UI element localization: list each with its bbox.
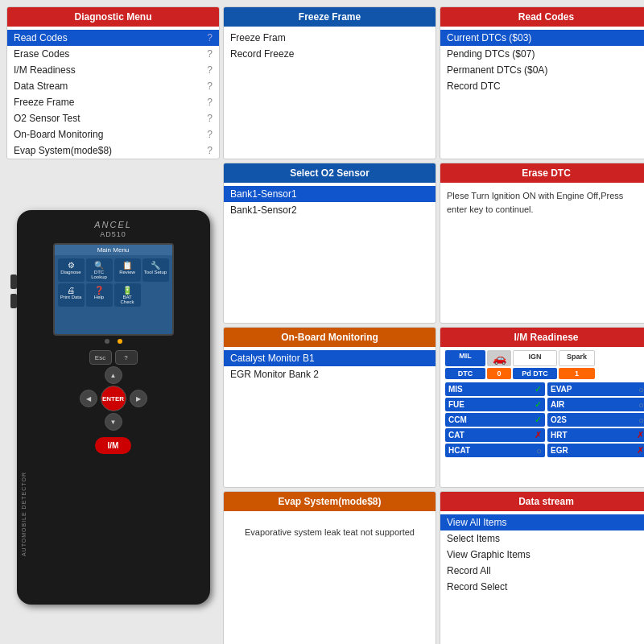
side-btn-2[interactable]: [10, 294, 17, 308]
im-header-engine: 🚗: [487, 350, 511, 366]
menu-item-im-readiness[interactable]: I/M Readiness ?: [7, 62, 219, 78]
im-monitor-row-3: CCM ✓ O2S ○: [445, 413, 644, 427]
side-buttons: [10, 275, 17, 308]
read-codes-body: Current DTCs ($03) Pending DTCs ($07) Pe…: [440, 27, 644, 97]
o2-sensor-item-2[interactable]: Bank1-Sensor2: [224, 202, 436, 218]
im-cell-o2s: O2S ○: [547, 413, 644, 427]
freeze-frame-panel: Freeze Frame Freeze Fram Record Freeze: [223, 6, 436, 159]
read-codes-item-permanent[interactable]: Permanent DTCs ($0A): [440, 62, 644, 78]
data-stream-item-record-select[interactable]: Record Select: [440, 579, 644, 595]
o2-sensor-item-1[interactable]: Bank1-Sensor1: [224, 186, 436, 202]
diagnostic-menu-panel: Diagnostic Menu Read Codes ? Erase Codes…: [6, 6, 220, 159]
erase-dtc-panel: Erase DTC Plese Turn Ignition ON with En…: [440, 163, 644, 324]
onboard-monitor-header: On-Board Monitoring: [224, 328, 436, 347]
im-readiness-grid: MIL 🚗 IGN Spark DTC 0 Pd DTC 1 MIS ✓ EVA…: [440, 347, 644, 462]
im-value-pd-dtc: Pd DTC: [513, 368, 557, 379]
screen-icon-tool-setup[interactable]: 🔧 Tool Setup: [142, 258, 169, 282]
left-button[interactable]: ◀: [80, 390, 97, 407]
read-codes-panel: Read Codes Current DTCs ($03) Pending DT…: [440, 6, 644, 159]
data-stream-item-view-all[interactable]: View All Items: [440, 514, 644, 530]
im-header-mil: MIL: [445, 350, 485, 366]
device-brand: ANCEL: [94, 220, 132, 229]
data-stream-body: View All Items Select Items View Graphic…: [440, 511, 644, 598]
freeze-frame-body: Freeze Fram Record Freeze: [224, 27, 436, 65]
menu-item-read-codes[interactable]: Read Codes ?: [7, 30, 219, 46]
im-monitor-row-1: MIS ✓ EVAP ○: [445, 382, 644, 396]
freeze-frame-item-1[interactable]: Freeze Fram: [224, 30, 436, 46]
evap-system-header: Evap System(mode$8): [224, 492, 436, 511]
screen-icon-bat-check[interactable]: 🔋 BAT Check: [114, 283, 141, 307]
esc-button[interactable]: Esc: [89, 350, 112, 365]
screen-title: Main Menu: [55, 245, 172, 255]
im-cell-hcat: HCAT ○: [445, 444, 545, 457]
device-nav: Esc ? ▲ ◀ ENTER ▶ ▼ I/M: [80, 350, 147, 454]
down-button[interactable]: ▼: [105, 413, 122, 431]
read-codes-item-pending[interactable]: Pending DTCs ($07): [440, 46, 644, 62]
read-codes-header: Read Codes: [440, 7, 644, 27]
device-model: AD510: [100, 230, 126, 238]
screen-icon-print-data[interactable]: 🖨 Print Data: [58, 283, 85, 307]
menu-item-o2-sensor-test[interactable]: O2 Sensor Test ?: [7, 110, 219, 126]
im-value-dtc-count: 0: [487, 368, 511, 379]
menu-item-data-stream[interactable]: Data Stream ?: [7, 78, 219, 94]
indicator-2: [118, 339, 122, 344]
menu-item-onboard-monitoring[interactable]: On-Board Monitoring ?: [7, 126, 219, 142]
im-value-pd-dtc-count: 1: [559, 368, 595, 379]
nav-middle-up: ▲: [105, 366, 122, 384]
im-monitor-row-4: CAT ✗ HRT ✗: [445, 428, 644, 442]
nav-middle-down: ▼: [105, 413, 122, 431]
im-readiness-header: I/M Readinese: [440, 328, 644, 347]
side-btn-1[interactable]: [10, 275, 17, 289]
onboard-monitor-item-1[interactable]: Catalyst Monitor B1: [224, 350, 436, 366]
data-stream-header: Data stream: [440, 492, 644, 511]
screen-icon-review[interactable]: 📋 Review: [114, 258, 141, 282]
right-button[interactable]: ▶: [130, 390, 147, 407]
data-stream-item-select[interactable]: Select Items: [440, 530, 644, 547]
menu-item-evap-system[interactable]: Evap System(mode$8) ?: [7, 142, 219, 159]
evap-system-message: Evaporative system leak teat not support…: [224, 511, 436, 553]
nav-top-row: Esc ?: [89, 350, 138, 365]
diagnose-icon: ⚙: [60, 261, 83, 270]
read-codes-item-current[interactable]: Current DTCs ($03): [440, 30, 644, 46]
im-cell-fue: FUE ✓: [445, 398, 545, 411]
data-stream-panel: Data stream View All Items Select Items …: [440, 491, 644, 644]
o2-sensor-body: Bank1-Sensor1 Bank1-Sensor2: [224, 183, 436, 221]
im-monitor-row-2: FUE ✓ AIR ○: [445, 398, 644, 411]
question-button[interactable]: ?: [115, 350, 138, 365]
review-icon: 📋: [116, 261, 139, 270]
screen-icons: ⚙ Diagnose 🔍 DTC Lookup 📋 Review 🔧 Tool …: [55, 255, 172, 310]
up-button[interactable]: ▲: [105, 366, 122, 384]
help-icon: ❓: [88, 286, 111, 295]
onboard-monitor-item-2[interactable]: EGR Monitor Bank 2: [224, 366, 436, 382]
data-stream-item-view-graphic[interactable]: View Graphic Items: [440, 547, 644, 563]
screen-icon-diagnose[interactable]: ⚙ Diagnose: [58, 258, 85, 282]
im-cell-mis: MIS ✓: [445, 382, 545, 396]
erase-dtc-message: Plese Turn Ignition ON with Engine Off,P…: [440, 183, 644, 222]
onboard-monitor-panel: On-Board Monitoring Catalyst Monitor B1 …: [223, 327, 436, 488]
menu-item-freeze-frame[interactable]: Freeze Frame ?: [7, 94, 219, 110]
evap-system-panel: Evap System(mode$8) Evaporative system l…: [223, 491, 436, 644]
im-header-spark: Spark: [559, 350, 595, 366]
o2-sensor-panel: Select O2 Sensor Bank1-Sensor1 Bank1-Sen…: [223, 163, 436, 324]
data-stream-item-record-all[interactable]: Record All: [440, 563, 644, 579]
freeze-frame-item-2[interactable]: Record Freeze: [224, 46, 436, 62]
screen-icon-help[interactable]: ❓ Help: [86, 283, 113, 307]
tool-setup-icon: 🔧: [144, 261, 167, 270]
indicator-1: [105, 339, 109, 344]
read-codes-item-record[interactable]: Record DTC: [440, 78, 644, 94]
indicators: [105, 339, 122, 344]
device-screen: Main Menu ⚙ Diagnose 🔍 DTC Lookup 📋 Revi…: [53, 243, 174, 336]
print-icon: 🖨: [60, 286, 83, 295]
im-readiness-panel: I/M Readinese MIL 🚗 IGN Spark DTC 0 Pd D…: [440, 327, 644, 488]
freeze-frame-header: Freeze Frame: [224, 7, 436, 27]
im-button[interactable]: I/M: [95, 437, 132, 454]
im-cell-cat: CAT ✗: [445, 428, 545, 442]
nav-center-row: ◀ ENTER ▶: [80, 386, 147, 411]
im-value-dtc: DTC: [445, 368, 485, 379]
enter-button[interactable]: ENTER: [101, 386, 126, 411]
im-monitor-row-5: HCAT ○ EGR ✗: [445, 444, 644, 457]
menu-item-erase-codes[interactable]: Erase Codes ?: [7, 46, 219, 62]
im-header-ign: IGN: [513, 350, 557, 366]
screen-icon-dtc-lookup[interactable]: 🔍 DTC Lookup: [86, 258, 113, 282]
o2-sensor-header: Select O2 Sensor: [224, 163, 436, 183]
